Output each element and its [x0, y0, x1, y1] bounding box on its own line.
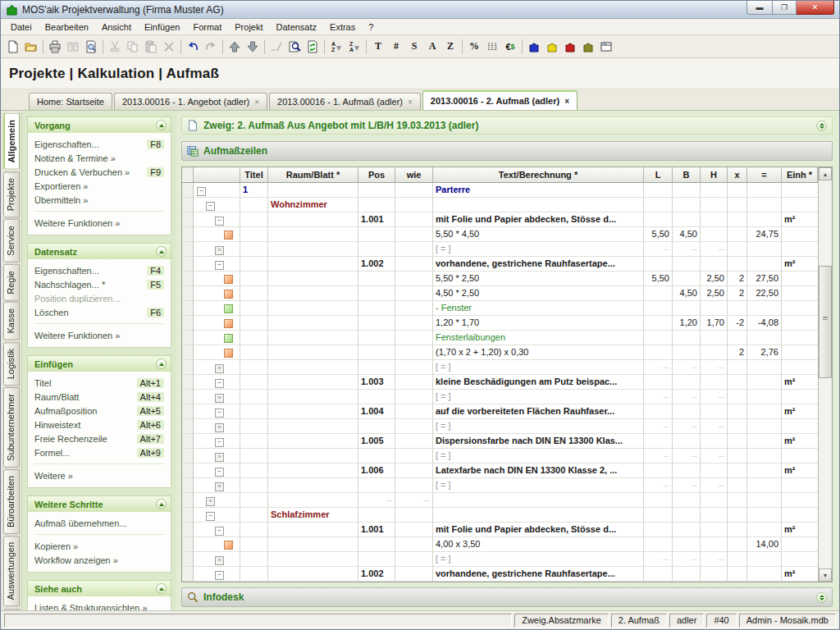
cell-l[interactable]: ... — [644, 419, 673, 434]
cell-titel[interactable] — [240, 301, 268, 316]
cell-x[interactable] — [728, 508, 747, 523]
copy-icon[interactable] — [124, 38, 142, 56]
cell-raum[interactable] — [268, 419, 358, 434]
cell-titel[interactable] — [240, 227, 268, 242]
cell-equals[interactable]: 14,00 — [747, 537, 782, 552]
collapse-arrow-icon[interactable] — [156, 499, 167, 509]
module-tab-auswertungen[interactable]: Auswertungen — [3, 536, 20, 606]
cell-equals[interactable] — [747, 257, 782, 272]
collapse-arrow-icon[interactable] — [156, 583, 167, 594]
cell-h[interactable] — [701, 257, 728, 272]
cell-equals[interactable] — [747, 493, 782, 508]
tree-cell[interactable] — [194, 301, 240, 316]
cell-l[interactable] — [644, 257, 673, 272]
collapse-box-icon[interactable] — [215, 261, 224, 270]
cell-b[interactable]: ... — [673, 419, 701, 434]
cell-pos[interactable] — [358, 478, 395, 493]
module-tab-projekte[interactable]: Projekte — [3, 171, 20, 217]
cell-h[interactable] — [701, 227, 728, 242]
row-selector[interactable] — [182, 257, 194, 272]
cell-raum[interactable]: Wohnzimmer — [268, 198, 358, 212]
cell-pos[interactable] — [358, 227, 395, 242]
menu-projekt[interactable]: Projekt — [228, 21, 269, 34]
cell-equals[interactable]: 24,75 — [747, 227, 782, 242]
tab-close-icon[interactable]: × — [564, 97, 569, 106]
cell-x[interactable] — [728, 404, 747, 419]
collapse-box-icon[interactable] — [215, 409, 224, 418]
cell-l[interactable] — [644, 331, 673, 345]
row-selector[interactable] — [182, 345, 194, 360]
cell-l[interactable] — [644, 434, 673, 449]
cell-x[interactable] — [728, 375, 747, 390]
sidebar-item-titel[interactable]: TitelAlt+1 — [34, 376, 164, 390]
cell-raum[interactable] — [268, 316, 358, 331]
cell-einh[interactable]: m² — [782, 375, 818, 390]
cell-raum[interactable] — [268, 331, 358, 345]
cell-h[interactable]: 1,70 — [701, 316, 728, 331]
cell-text[interactable]: [ = ] — [433, 419, 644, 434]
cell-titel[interactable] — [240, 286, 268, 301]
cell-titel[interactable] — [240, 508, 268, 523]
layout-view-icon[interactable] — [597, 38, 615, 56]
cell-equals[interactable]: 22,50 — [747, 286, 782, 301]
cell-raum[interactable] — [268, 404, 358, 419]
cell-wie[interactable] — [395, 523, 433, 537]
cell-x[interactable] — [728, 449, 747, 463]
cell-b[interactable] — [673, 272, 701, 286]
cell-wie[interactable] — [395, 552, 433, 567]
row-selector[interactable] — [182, 434, 194, 449]
cell-x[interactable] — [728, 523, 747, 537]
cell-pos[interactable] — [358, 331, 395, 345]
scroll-up-icon[interactable]: ▲ — [819, 167, 832, 180]
scroll-down-icon[interactable]: ▼ — [819, 568, 832, 582]
cell-text[interactable]: 5,50 * 2,50 — [433, 272, 644, 286]
cell-x[interactable] — [728, 419, 747, 434]
cell-text[interactable]: mit Folie und Papier abdecken, Stösse d.… — [433, 523, 644, 537]
tree-cell[interactable] — [194, 286, 240, 301]
sidebar-item-weiterefunktionen[interactable]: Weitere Funktionen » — [34, 328, 164, 342]
tree-cell[interactable] — [194, 493, 240, 508]
print-icon[interactable] — [46, 38, 64, 56]
menu-extras[interactable]: Extras — [323, 21, 362, 34]
cell-l[interactable] — [644, 316, 673, 331]
cell-equals[interactable] — [747, 301, 782, 316]
tree-cell[interactable] — [194, 257, 240, 272]
cell-titel[interactable] — [240, 331, 268, 345]
cell-h[interactable] — [701, 493, 728, 508]
cell-h[interactable]: ... — [701, 449, 728, 463]
collapse-arrow-icon[interactable] — [156, 358, 167, 369]
cell-pos[interactable] — [358, 286, 395, 301]
cell-l[interactable] — [644, 523, 673, 537]
cell-b[interactable] — [673, 301, 701, 316]
cell-raum[interactable]: Schlafzimmer — [268, 508, 358, 523]
cell-wie[interactable] — [395, 242, 433, 257]
cell-wie[interactable] — [395, 567, 433, 582]
tree-cell[interactable] — [194, 552, 240, 567]
paste-icon[interactable] — [142, 38, 160, 56]
cell-wie[interactable] — [395, 183, 433, 198]
cell-b[interactable]: ... — [673, 360, 701, 375]
cell-b[interactable]: ... — [673, 242, 701, 257]
tree-cell[interactable] — [194, 375, 240, 390]
cell-einh[interactable] — [782, 537, 818, 552]
cell-einh[interactable]: m² — [782, 567, 818, 582]
cell-equals[interactable] — [747, 523, 782, 537]
cell-einh[interactable] — [782, 508, 818, 523]
cell-titel[interactable] — [240, 390, 268, 404]
cell-l[interactable] — [644, 463, 673, 478]
cell-pos[interactable] — [358, 345, 395, 360]
cell-l[interactable]: 5,50 — [644, 272, 673, 286]
sidebar-item-aufmaßbernehmen[interactable]: Aufmaß übernehmen... — [34, 516, 164, 530]
cell-wie[interactable] — [395, 301, 433, 316]
format-z-button[interactable]: Z — [441, 38, 459, 56]
cell-titel[interactable] — [240, 567, 268, 582]
document-tab-2[interactable]: 2013.00016 - 1. Aufmaß (adler)× — [269, 93, 421, 110]
row-selector[interactable] — [182, 375, 194, 390]
cell-einh[interactable] — [782, 227, 818, 242]
tree-cell[interactable] — [194, 523, 240, 537]
cell-raum[interactable] — [268, 537, 358, 552]
menu-datensatz[interactable]: Datensatz — [270, 21, 324, 34]
cell-h[interactable] — [701, 331, 728, 345]
chevron-box-icon[interactable] — [215, 394, 224, 403]
cell-equals[interactable] — [747, 434, 782, 449]
